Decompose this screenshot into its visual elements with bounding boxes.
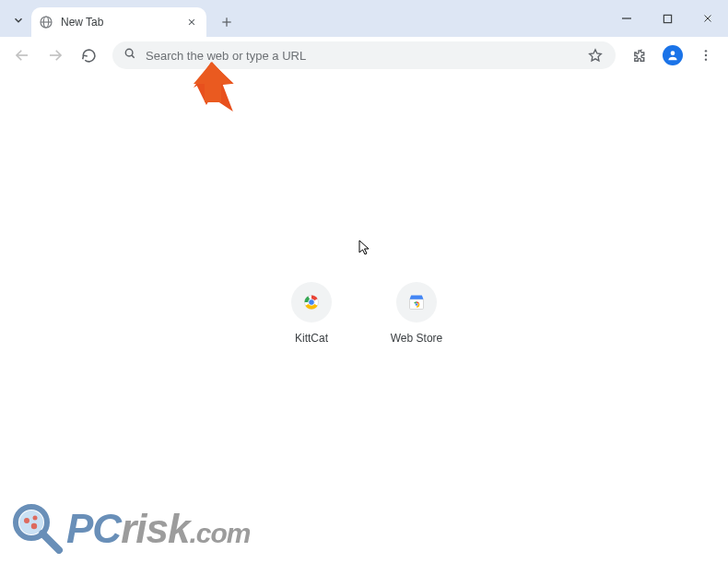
reload-button[interactable] xyxy=(74,41,103,70)
annotation-arrow xyxy=(192,60,236,121)
back-button[interactable] xyxy=(7,41,37,70)
dots-vertical-icon xyxy=(699,48,713,63)
svg-line-14 xyxy=(132,55,135,58)
maximize-icon xyxy=(663,14,673,24)
svg-point-17 xyxy=(705,50,707,52)
watermark-logo: PCrisk.com xyxy=(9,500,250,557)
puzzle-icon xyxy=(632,48,648,64)
svg-point-27 xyxy=(19,510,43,534)
avatar-icon xyxy=(663,45,683,65)
search-icon xyxy=(123,47,136,64)
svg-point-16 xyxy=(671,51,675,55)
magnifier-icon xyxy=(9,500,66,557)
tab-title: New Tab xyxy=(61,16,184,29)
cursor-icon xyxy=(358,240,371,256)
extensions-button[interactable] xyxy=(625,41,654,70)
shortcut-kittcat[interactable]: KittCat xyxy=(275,282,348,345)
chevron-down-icon xyxy=(12,14,25,27)
close-icon xyxy=(702,13,713,24)
svg-line-28 xyxy=(42,534,59,550)
svg-point-13 xyxy=(125,49,133,56)
svg-rect-8 xyxy=(663,15,671,22)
close-icon xyxy=(187,18,196,27)
new-tab-page: KittCat Web Store xyxy=(0,74,728,563)
shortcut-icon xyxy=(396,282,437,323)
minimize-button[interactable] xyxy=(606,5,647,32)
app-icon xyxy=(302,293,321,311)
window-controls xyxy=(606,0,728,37)
profile-button[interactable] xyxy=(658,41,687,70)
svg-point-29 xyxy=(24,518,29,523)
close-tab-button[interactable] xyxy=(184,15,199,29)
plus-icon xyxy=(220,16,233,29)
browser-tab[interactable]: New Tab xyxy=(31,7,206,37)
cursor-annotation xyxy=(358,240,371,260)
toolbar xyxy=(0,37,728,74)
star-icon xyxy=(588,48,603,63)
svg-marker-15 xyxy=(590,50,602,61)
webstore-icon xyxy=(407,293,426,311)
address-bar[interactable] xyxy=(112,41,616,69)
svg-point-25 xyxy=(416,303,418,306)
svg-point-19 xyxy=(705,58,707,60)
close-window-button[interactable] xyxy=(687,5,728,32)
svg-point-18 xyxy=(705,54,707,56)
shortcut-icon xyxy=(291,282,332,323)
bookmark-button[interactable] xyxy=(586,48,605,63)
shortcut-label: KittCat xyxy=(295,332,328,345)
arrow-right-icon xyxy=(47,47,64,64)
reload-icon xyxy=(81,48,97,64)
forward-button[interactable] xyxy=(41,41,70,70)
tab-strip: New Tab xyxy=(0,0,728,37)
shortcuts-grid: KittCat Web Store xyxy=(275,282,453,345)
arrow-left-icon xyxy=(14,47,30,64)
svg-point-31 xyxy=(31,523,37,529)
search-tabs-button[interactable] xyxy=(7,9,29,31)
menu-button[interactable] xyxy=(691,41,721,70)
svg-point-30 xyxy=(33,516,38,521)
new-tab-button[interactable] xyxy=(214,9,240,35)
minimize-icon xyxy=(621,13,632,24)
maximize-button[interactable] xyxy=(647,5,687,32)
shortcut-label: Web Store xyxy=(391,332,442,345)
watermark-text: PCrisk.com xyxy=(66,506,250,552)
globe-icon xyxy=(39,15,53,29)
shortcut-webstore[interactable]: Web Store xyxy=(380,282,453,345)
arrow-up-icon xyxy=(192,60,236,117)
